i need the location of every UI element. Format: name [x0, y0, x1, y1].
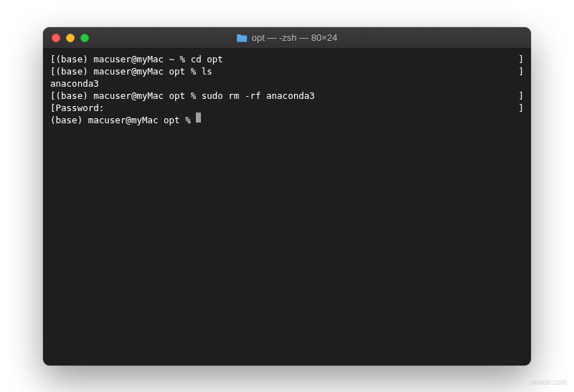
window-title-text: opt — -zsh — 80×24: [252, 32, 338, 43]
terminal-window: opt — -zsh — 80×24 [(base) macuser@myMac…: [43, 27, 531, 365]
terminal-line: [(base) macuser@myMac opt % sudo rm -rf …: [50, 90, 524, 102]
terminal-prompt: (base) macuser@myMac opt %: [50, 114, 196, 126]
title-bar[interactable]: opt — -zsh — 80×24: [43, 27, 531, 49]
terminal-line: [(base) macuser@myMac opt % ls ]: [50, 65, 524, 77]
close-button[interactable]: [52, 34, 60, 42]
terminal-prompt-line: (base) macuser@myMac opt %: [50, 114, 524, 126]
watermark: wsxdn.com: [531, 378, 567, 386]
cursor: [196, 113, 201, 123]
maximize-button[interactable]: [80, 34, 89, 42]
traffic-lights: [43, 34, 89, 42]
terminal-line: [Password: ]: [50, 102, 524, 114]
minimize-button[interactable]: [66, 34, 75, 42]
folder-icon: [237, 34, 248, 42]
terminal-line: anaconda3: [50, 77, 524, 90]
terminal-content[interactable]: [(base) macuser@myMac ~ % cd opt ] [(bas…: [43, 49, 531, 365]
terminal-line: [(base) macuser@myMac ~ % cd opt ]: [50, 53, 524, 65]
window-title: opt — -zsh — 80×24: [237, 32, 338, 43]
